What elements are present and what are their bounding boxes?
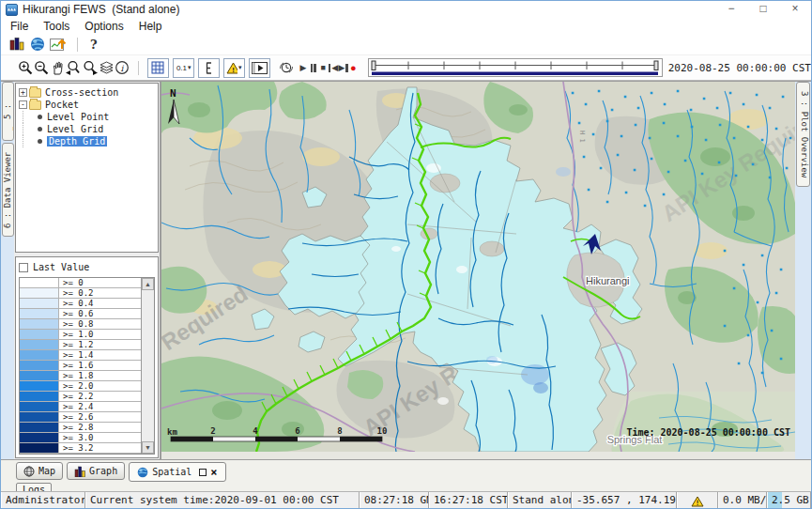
legend-row[interactable]: >= 0.6 [20,309,141,319]
legend-row[interactable]: >= 2.6 [20,412,141,423]
bar-chart-icon [9,38,24,51]
animation-settings-button[interactable] [278,58,295,77]
map-canvas: API Key Required API Key Required API Ke… [161,82,795,452]
current-timestep: 2020-08-25 00:00:00 CST [668,62,811,74]
zoom-out-button[interactable] [34,58,50,77]
tree-item-label: Level Grid [47,124,103,134]
data-display-button[interactable] [7,36,27,53]
legend-row[interactable]: >= 2.8 [20,423,141,433]
zoom-next-button[interactable] [82,58,99,77]
application-window: { "window": { "title": "Hikurangi FEWS (… [0,0,812,509]
zoom-previous-button[interactable] [65,58,82,77]
close-button[interactable]: × [779,1,811,18]
view-tab-bar: Map Graph Spatial × [16,462,811,481]
movie-player-button[interactable] [249,58,270,78]
tab-graph[interactable]: Graph [67,462,125,480]
legend-panel: Last Value >= 0 >= 0.2 >= 0.4 >= 0.6 >= … [15,256,159,458]
scroll-down-button[interactable]: ▼ [142,441,154,454]
last-value-label: Last Value [33,262,89,272]
app-icon [6,4,18,16]
spatial-display-button[interactable] [48,36,69,53]
close-tab-icon[interactable]: × [210,468,217,477]
legend-row[interactable]: >= 0.4 [20,299,141,309]
tree-item-label: Cross-section [45,87,118,98]
info-button[interactable]: i [115,58,130,77]
layers-button[interactable] [99,58,115,77]
pause-button[interactable] [308,64,318,72]
expander-icon[interactable]: + [19,88,27,97]
legend-swatch [20,340,59,349]
town-label: Hikurangi [586,275,629,286]
legend-swatch [20,288,59,298]
grid-icon [151,61,164,74]
legend-row[interactable]: >= 0 [20,278,141,288]
zoom-in-icon [18,60,34,76]
toolbar-separator [77,38,78,52]
legend-rows: >= 0 >= 0.2 >= 0.4 >= 0.6 >= 0.8 >= 1.0 … [20,278,141,454]
menu-help[interactable]: Help [131,20,170,33]
map-viewport[interactable]: API Key Required API Key Required API Ke… [161,82,795,459]
legend-row[interactable]: >= 0.2 [20,288,141,299]
svg-text:N: N [170,87,176,100]
legend-row[interactable]: >= 1.0 [20,330,141,340]
maximize-button[interactable]: □ [747,1,779,18]
status-transfer-rate: 0.0 MB/s [718,492,767,508]
menu-options[interactable]: Options [77,20,130,33]
legend-row[interactable]: >= 1.2 [20,340,141,350]
legend-row[interactable]: >= 0.8 [20,319,141,330]
tree-item-level-point[interactable]: Level Point [19,111,158,123]
legend-row[interactable]: >= 1.4 [20,350,141,361]
tab-forecast[interactable]: 5 : Forecast [2,82,14,141]
tab-map[interactable]: Map [16,462,63,480]
menu-tools[interactable]: Tools [36,20,77,33]
legend-swatch [20,350,59,360]
map-display-button[interactable] [27,36,48,53]
collapse-icon[interactable]: - [19,100,27,109]
legend-scrollbar[interactable]: ▲ ▼ [141,278,154,454]
legend-swatch [20,361,59,370]
maximize-tab-icon[interactable] [199,469,207,476]
bullet-icon [38,115,42,119]
record-button[interactable]: ● [348,62,359,73]
tree-item-level-grid[interactable]: Level Grid [19,123,158,135]
contour-threshold-dropdown[interactable]: 0.1 ▾ [173,58,194,78]
tab-data-viewer[interactable]: 6 : Data Viewer [2,143,14,237]
tree-item-depth-grid[interactable]: Depth Grid [19,135,158,147]
legend-row[interactable]: >= 1.6 [20,361,141,371]
skip-to-start-button[interactable]: ◀ [329,63,339,72]
scroll-up-button[interactable]: ▲ [142,278,154,290]
legend-row[interactable]: >= 2.0 [20,381,141,392]
status-warning[interactable]: ! [677,492,718,508]
last-value-checkbox[interactable] [19,263,28,272]
animation-clock-icon [278,60,295,76]
help-button[interactable]: ? [86,38,101,52]
tree-item-pocket[interactable]: - Pocket [19,99,158,111]
minimize-button[interactable]: − [715,1,747,18]
legend-swatch [20,278,59,287]
play-button[interactable]: ▶ [299,63,309,72]
skip-to-end-button[interactable]: ▶ [338,63,348,72]
legend-row[interactable]: >= 3.2 [20,443,141,454]
legend-row[interactable]: >= 2.4 [20,402,141,412]
legend-row[interactable]: >= 1.8 [20,371,141,381]
legend-row[interactable]: >= 2.2 [20,392,141,402]
ruler-icon [205,61,213,75]
tab-spatial[interactable]: Spatial × [129,462,225,482]
scale-button[interactable] [198,58,220,78]
legend-row[interactable]: >= 3.0 [20,433,141,443]
zoom-in-button[interactable] [18,58,34,77]
menu-file[interactable]: File [3,20,36,33]
svg-text:6: 6 [295,426,299,436]
tree-item-cross-section[interactable]: + Cross-section [19,86,158,99]
time-slider[interactable] [368,58,663,77]
grid-display-button[interactable] [147,58,169,78]
legend-swatch [20,392,59,401]
stop-button[interactable]: ■ [318,63,329,72]
tab-plot-overview[interactable]: 3 : Plot Overview [796,82,810,187]
legend-swatch [20,330,59,339]
warning-threshold-dropdown[interactable]: ! ▾ [223,58,245,78]
pan-button[interactable] [50,58,65,77]
left-panel: + Cross-section - Pocket Level Point Lev… [14,82,161,459]
road-label: H 1 [578,131,586,143]
last-value-checkbox-row[interactable]: Last Value [19,260,155,274]
